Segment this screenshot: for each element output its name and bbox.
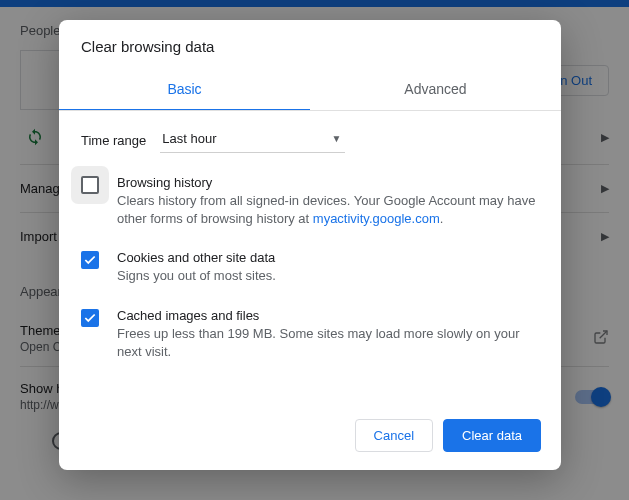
dialog-tabs: Basic Advanced <box>59 69 561 111</box>
tab-advanced[interactable]: Advanced <box>310 69 561 111</box>
dialog-title: Clear browsing data <box>59 20 561 69</box>
cancel-button[interactable]: Cancel <box>355 419 433 452</box>
option-text: Cookies and other site dataSigns you out… <box>117 250 276 285</box>
checkbox-2[interactable] <box>81 309 99 327</box>
time-range-value: Last hour <box>162 131 216 146</box>
option-row: Cookies and other site dataSigns you out… <box>81 250 539 285</box>
option-text: Browsing historyClears history from all … <box>117 175 539 228</box>
option-text: Cached images and filesFrees up less tha… <box>117 308 539 361</box>
option-title: Cookies and other site data <box>117 250 276 265</box>
checkbox-0[interactable] <box>81 176 99 194</box>
clear-browsing-data-dialog: Clear browsing data Basic Advanced Time … <box>59 20 561 470</box>
option-desc: Frees up less than 199 MB. Some sites ma… <box>117 325 539 361</box>
option-desc: Signs you out of most sites. <box>117 267 276 285</box>
caret-down-icon: ▼ <box>331 133 341 144</box>
time-range-label: Time range <box>81 133 146 148</box>
option-title: Browsing history <box>117 175 539 190</box>
option-desc: Clears history from all signed-in device… <box>117 192 539 228</box>
option-row: Browsing historyClears history from all … <box>81 175 539 228</box>
checkbox-1[interactable] <box>81 251 99 269</box>
time-range-select[interactable]: Last hour ▼ <box>160 127 345 153</box>
myactivity-link[interactable]: myactivity.google.com <box>313 211 440 226</box>
option-title: Cached images and files <box>117 308 539 323</box>
clear-data-button[interactable]: Clear data <box>443 419 541 452</box>
tab-basic[interactable]: Basic <box>59 69 310 111</box>
option-row: Cached images and filesFrees up less tha… <box>81 308 539 361</box>
